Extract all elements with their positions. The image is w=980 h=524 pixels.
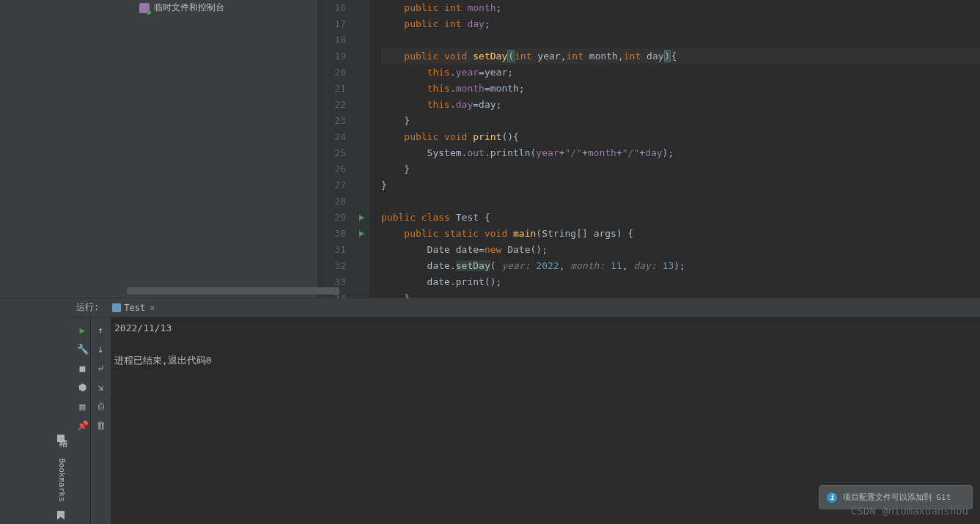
debug-icon[interactable]: ⬢ xyxy=(75,380,90,394)
fold-gutter xyxy=(369,0,378,298)
structure-icon xyxy=(57,435,65,442)
scroll-end-icon[interactable]: ⇲ xyxy=(94,380,108,394)
code-area[interactable]: public int month; public int day; public… xyxy=(378,0,980,298)
scratches-icon xyxy=(139,3,150,13)
run-toolbar-right: ↑ ↓ ⤶ ⇲ ⎙ 🗑 xyxy=(91,298,111,524)
stop-icon[interactable]: ■ xyxy=(75,361,90,375)
print-icon[interactable]: ⎙ xyxy=(94,399,108,413)
run-toolbar-left: ▶ 🔧 ■ ⬢ ▤ 📌 xyxy=(70,298,91,524)
left-gutter xyxy=(0,0,55,298)
watermark: CSDN @niumaxuanshou xyxy=(851,505,968,517)
run-tabs-bar: 运行: Test × xyxy=(70,298,980,317)
run-tab-name: Test xyxy=(124,303,145,313)
close-icon[interactable]: × xyxy=(150,303,155,313)
bookmark-icon xyxy=(57,511,65,520)
layout-icon[interactable]: ▤ xyxy=(75,399,90,413)
line-number-gutter: 16171819202122232425262728293031323334 xyxy=(318,0,359,298)
run-gutter-icon[interactable] xyxy=(359,215,364,221)
tree-item-label: 临时文件和控制台 xyxy=(154,1,224,14)
soft-wrap-icon[interactable]: ⤶ xyxy=(94,361,108,375)
sidebar-tab-bookmarks[interactable]: Bookmarks xyxy=(57,458,67,502)
rerun-icon[interactable]: ▶ xyxy=(75,322,90,337)
project-panel: 临时文件和控制台 xyxy=(55,0,318,298)
trash-icon[interactable]: 🗑 xyxy=(94,418,108,432)
tree-item-scratches[interactable]: 临时文件和控制台 xyxy=(55,0,317,15)
run-config-icon xyxy=(112,303,121,312)
horizontal-scrollbar[interactable] xyxy=(127,287,339,295)
code-editor[interactable]: 16171819202122232425262728293031323334 p… xyxy=(318,0,980,298)
notification-text: 项目配置文件可以添加到 Git xyxy=(843,492,951,503)
run-label: 运行: xyxy=(76,301,99,314)
run-gutter-icon[interactable] xyxy=(359,231,364,237)
run-left-gutter: 结构 Bookmarks xyxy=(0,298,70,524)
info-icon: i xyxy=(827,492,837,503)
run-tab-test[interactable]: Test × xyxy=(108,298,159,317)
gutter-run-icons xyxy=(359,0,369,298)
up-arrow-icon[interactable]: ↑ xyxy=(94,322,108,337)
down-arrow-icon[interactable]: ↓ xyxy=(94,342,108,356)
wrench-icon[interactable]: 🔧 xyxy=(75,342,90,356)
pin-icon[interactable]: 📌 xyxy=(75,418,90,432)
